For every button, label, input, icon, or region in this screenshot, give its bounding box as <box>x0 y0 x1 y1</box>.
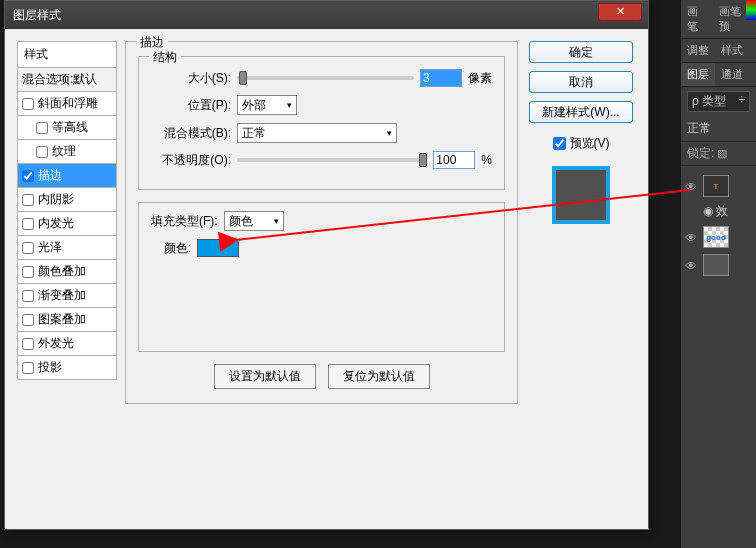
preview-checkbox-row[interactable]: 预览(V) <box>553 135 610 152</box>
fx-label: ◉ 效 <box>703 203 728 220</box>
style-item-gradient-overlay[interactable]: 渐变叠加 <box>17 284 117 308</box>
tab-brush[interactable]: 画笔 <box>681 0 713 38</box>
layer-style-dialog: 图层样式 ✕ 样式 混合选项:默认 斜面和浮雕 等高线 纹理 描边 内阴影 内发… <box>4 0 649 530</box>
panel-tabs-layers[interactable]: 图层 通道 <box>681 63 756 87</box>
color-swatch[interactable] <box>197 239 239 257</box>
preview-checkbox[interactable] <box>553 137 566 150</box>
tab-channels[interactable]: 通道 <box>715 63 749 86</box>
style-item-inner-glow[interactable]: 内发光 <box>17 212 117 236</box>
set-default-button[interactable]: 设置为默认值 <box>214 364 316 389</box>
checkbox[interactable] <box>22 314 34 326</box>
fill-fieldset: 填充类型(F): 颜色 颜色: <box>138 202 505 352</box>
tab-adjust[interactable]: 调整 <box>681 39 715 62</box>
style-item-inner-shadow[interactable]: 内阴影 <box>17 188 117 212</box>
size-unit: 像素 <box>468 70 492 87</box>
dialog-titlebar[interactable]: 图层样式 ✕ <box>5 1 648 29</box>
layer-row-text[interactable]: 👁T <box>681 172 756 200</box>
style-item-satin[interactable]: 光泽 <box>17 236 117 260</box>
styles-column: 样式 混合选项:默认 斜面和浮雕 等高线 纹理 描边 内阴影 内发光 光泽 颜色… <box>17 41 117 517</box>
size-slider[interactable] <box>237 76 414 80</box>
dialog-buttons-column: 确定 取消 新建样式(W)... 预览(V) <box>526 41 636 517</box>
ok-button[interactable]: 确定 <box>529 41 633 63</box>
layer-row-good[interactable]: 👁good <box>681 223 756 251</box>
tab-layers[interactable]: 图层 <box>681 63 715 86</box>
cancel-button[interactable]: 取消 <box>529 71 633 93</box>
reset-default-button[interactable]: 复位为默认值 <box>328 364 430 389</box>
layer-row-fx[interactable]: ◉ 效 <box>681 200 756 223</box>
checkbox[interactable] <box>22 218 34 230</box>
tab-styles[interactable]: 样式 <box>715 39 749 62</box>
panel-tabs-brush[interactable]: 画笔 画笔预 <box>681 0 756 39</box>
layer-thumb-good: good <box>703 226 729 248</box>
layer-row-solid[interactable]: 👁 <box>681 251 756 279</box>
color-strip <box>746 0 756 20</box>
structure-fieldset: 结构 大小(S): 像素 位置(P): 外部 混合模式(B): 正常 <box>138 56 505 190</box>
style-item-texture[interactable]: 纹理 <box>17 140 117 164</box>
preview-label: 预览(V) <box>570 135 610 152</box>
style-item-contour[interactable]: 等高线 <box>17 116 117 140</box>
style-item-drop-shadow[interactable]: 投影 <box>17 356 117 380</box>
blend-mode-row[interactable]: 正常 <box>681 116 756 142</box>
dialog-title: 图层样式 <box>13 7 61 24</box>
preview-thumbnail <box>552 166 610 224</box>
checkbox[interactable] <box>36 146 48 158</box>
layer-kind-select[interactable]: ρ 类型÷ <box>687 91 750 112</box>
checkbox[interactable] <box>22 290 34 302</box>
checkbox[interactable] <box>22 266 34 278</box>
blend-options-item[interactable]: 混合选项:默认 <box>17 68 117 92</box>
size-label: 大小(S): <box>151 70 231 87</box>
size-input[interactable] <box>420 69 462 87</box>
style-item-outer-glow[interactable]: 外发光 <box>17 332 117 356</box>
checkbox[interactable] <box>22 242 34 254</box>
checkbox[interactable] <box>22 362 34 374</box>
position-select[interactable]: 外部 <box>237 95 297 115</box>
fill-type-label: 填充类型(F): <box>151 213 218 230</box>
close-button[interactable]: ✕ <box>598 3 642 21</box>
layer-list: 👁T ◉ 效 👁good 👁 <box>681 172 756 279</box>
visibility-icon[interactable]: 👁 <box>685 180 697 192</box>
visibility-icon[interactable]: 👁 <box>685 231 697 243</box>
checkbox[interactable] <box>22 338 34 350</box>
style-item-color-overlay[interactable]: 颜色叠加 <box>17 260 117 284</box>
opacity-input[interactable] <box>433 151 475 169</box>
opacity-label: 不透明度(O): <box>151 152 231 169</box>
style-item-stroke[interactable]: 描边 <box>17 164 117 188</box>
style-item-bevel[interactable]: 斜面和浮雕 <box>17 92 117 116</box>
checkbox[interactable] <box>22 194 34 206</box>
stroke-fieldset: 描边 结构 大小(S): 像素 位置(P): 外部 混合模式(B): <box>125 41 518 404</box>
styles-header[interactable]: 样式 <box>17 41 117 68</box>
lock-row: 锁定: ▧ <box>681 142 756 166</box>
structure-title: 结构 <box>149 49 181 66</box>
checkbox[interactable] <box>22 98 34 110</box>
checkbox[interactable] <box>36 122 48 134</box>
checkbox[interactable] <box>22 170 34 182</box>
new-style-button[interactable]: 新建样式(W)... <box>529 101 633 123</box>
position-label: 位置(P): <box>151 97 231 114</box>
right-panel: 画笔 画笔预 调整 样式 图层 通道 ρ 类型÷ 正常 锁定: ▧ 👁T ◉ 效… <box>681 0 756 548</box>
panel-tabs-adjust[interactable]: 调整 样式 <box>681 39 756 63</box>
visibility-icon[interactable]: 👁 <box>685 259 697 271</box>
color-label: 颜色: <box>151 240 191 257</box>
opacity-unit: % <box>481 153 492 167</box>
blend-mode-select[interactable]: 正常 <box>237 123 397 143</box>
opacity-slider[interactable] <box>237 158 427 162</box>
settings-column: 描边 结构 大小(S): 像素 位置(P): 外部 混合模式(B): <box>125 41 518 517</box>
style-item-pattern-overlay[interactable]: 图案叠加 <box>17 308 117 332</box>
blend-mode-label: 混合模式(B): <box>151 125 231 142</box>
layer-thumb-solid <box>703 254 729 276</box>
layer-thumb-text: T <box>703 175 729 197</box>
fill-type-select[interactable]: 颜色 <box>224 211 284 231</box>
